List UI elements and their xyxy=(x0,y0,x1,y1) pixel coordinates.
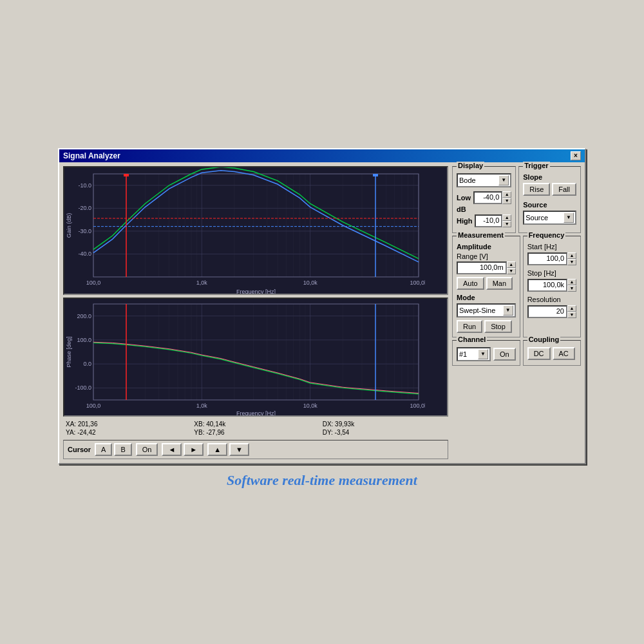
close-button[interactable]: × xyxy=(571,151,581,160)
display-trigger-row: Display Bode ▼ Low -40,0 xyxy=(452,166,581,233)
window-title: Signal Analyzer xyxy=(63,151,120,160)
channel-value: #1 xyxy=(459,350,467,358)
resolution-label: Resolution xyxy=(527,296,576,303)
signal-analyzer-window: Signal Analyzer × XA: 201,36 XB: 40,14k xyxy=(58,148,586,464)
measurement-frequency-row: Measurement Amplitude Range [V] 100,0m ▲… xyxy=(452,236,581,337)
display-mode-arrow: ▼ xyxy=(498,175,509,185)
man-button[interactable]: Man xyxy=(486,277,513,290)
xa-value: XA: 201,36 xyxy=(66,421,189,428)
start-label: Start [Hz] xyxy=(527,243,576,251)
stop-value[interactable]: 100,0k xyxy=(527,279,567,292)
stop-down-btn[interactable]: ▼ xyxy=(567,285,576,292)
cursor-updown-group: ▲ ▼ xyxy=(207,443,249,456)
channel-select[interactable]: #1 ▼ xyxy=(457,347,491,361)
measurement-group-title: Measurement xyxy=(457,231,505,239)
source-value: Source xyxy=(526,214,548,222)
low-up-btn[interactable]: ▲ xyxy=(502,191,511,198)
low-down-btn[interactable]: ▼ xyxy=(502,198,511,204)
cursor-nav-group: ◄ ► xyxy=(162,443,204,456)
measurement-group: Measurement Amplitude Range [V] 100,0m ▲… xyxy=(452,236,520,337)
mode-value: Swept-Sine xyxy=(459,307,495,314)
amplitude-label: Amplitude xyxy=(457,243,516,251)
rise-button[interactable]: Rise xyxy=(523,183,550,196)
high-down-btn[interactable]: ▼ xyxy=(502,221,511,227)
high-label: High xyxy=(457,217,472,225)
db-label-row: dB xyxy=(457,205,511,213)
range-down-btn[interactable]: ▼ xyxy=(507,268,516,274)
res-up-btn[interactable]: ▲ xyxy=(567,305,576,312)
footer-text: Software real-time measurement xyxy=(227,464,417,497)
start-value[interactable]: 100,0 xyxy=(527,252,567,265)
start-down-btn[interactable]: ▼ xyxy=(567,259,576,265)
resolution-spinbox: 20 ▲ ▼ xyxy=(527,305,576,318)
dx-value: DX: 39,93k xyxy=(323,421,446,428)
resolution-value[interactable]: 20 xyxy=(527,305,567,318)
trigger-content: Slope Rise Fall Source Source ▼ xyxy=(523,173,576,225)
title-bar: Signal Analyzer × xyxy=(59,149,585,162)
display-mode-select[interactable]: Bode ▼ xyxy=(457,173,511,187)
range-spinbox: 100,0m ▲ ▼ xyxy=(457,261,516,274)
cursor-info: XA: 201,36 XB: 40,14k DX: 39,93k YA: -24… xyxy=(63,419,448,437)
fall-button[interactable]: Fall xyxy=(552,183,576,196)
start-up-btn[interactable]: ▲ xyxy=(567,252,576,259)
channel-arrow: ▼ xyxy=(478,349,488,359)
coupling-content: DC AC xyxy=(527,347,576,360)
cursor-left-button[interactable]: ◄ xyxy=(162,443,182,456)
start-spinbox: 100,0 ▲ ▼ xyxy=(527,252,576,265)
yb-value: YB: -27,96 xyxy=(194,429,317,436)
display-group-title: Display xyxy=(457,162,484,169)
range-up-btn[interactable]: ▲ xyxy=(507,261,516,268)
channel-on-button[interactable]: On xyxy=(493,348,516,361)
page-wrapper: Signal Analyzer × XA: 201,36 XB: 40,14k xyxy=(0,0,644,644)
stop-button[interactable]: Stop xyxy=(484,320,512,333)
cursor-ab-group: A B xyxy=(95,443,132,456)
high-up-btn[interactable]: ▲ xyxy=(502,214,511,221)
phase-chart xyxy=(63,298,448,417)
chart-panel: XA: 201,36 XB: 40,14k DX: 39,93k YA: -24… xyxy=(63,166,448,459)
xb-value: XB: 40,14k xyxy=(194,421,317,428)
mode-select[interactable]: Swept-Sine ▼ xyxy=(457,303,516,317)
cursor-right-button[interactable]: ► xyxy=(184,443,204,456)
low-row: Low -40,0 ▲ ▼ xyxy=(457,191,511,204)
dy-value: DY: -3,54 xyxy=(323,429,446,436)
cursor-down-button[interactable]: ▼ xyxy=(229,443,249,456)
res-down-btn[interactable]: ▼ xyxy=(567,312,576,318)
resolution-spin-buttons: ▲ ▼ xyxy=(567,305,576,318)
frequency-group-title: Frequency xyxy=(527,231,566,239)
display-content: Bode ▼ Low -40,0 ▲ ▼ xyxy=(457,173,511,227)
run-button[interactable]: Run xyxy=(457,320,482,333)
db-label: dB xyxy=(457,205,466,213)
measurement-content: Amplitude Range [V] 100,0m ▲ ▼ Auto xyxy=(457,243,516,333)
channel-coupling-row: Channel #1 ▼ On Coupling xyxy=(452,340,581,366)
range-value[interactable]: 100,0m xyxy=(457,261,507,274)
high-spinbox: -10,0 ▲ ▼ xyxy=(475,214,511,227)
cursor-section: Cursor A B On ◄ ► ▲ ▼ xyxy=(63,440,448,459)
run-stop-buttons: Run Stop xyxy=(457,320,516,333)
stop-up-btn[interactable]: ▲ xyxy=(567,279,576,285)
stop-label: Stop [Hz] xyxy=(527,269,576,277)
cursor-up-button[interactable]: ▲ xyxy=(207,443,227,456)
dc-button[interactable]: DC xyxy=(527,347,551,360)
stop-spin-buttons: ▲ ▼ xyxy=(567,279,576,292)
coupling-group-title: Coupling xyxy=(527,336,561,343)
mode-label: Mode xyxy=(457,294,516,301)
frequency-group: Frequency Start [Hz] 100,0 ▲ ▼ Stop [Hz] xyxy=(523,236,581,337)
range-spin-buttons: ▲ ▼ xyxy=(507,261,516,274)
slope-buttons: Rise Fall xyxy=(523,183,576,196)
low-value[interactable]: -40,0 xyxy=(473,191,502,204)
cursor-b-button[interactable]: B xyxy=(114,443,131,456)
source-arrow: ▼ xyxy=(564,213,574,223)
trigger-group-title: Trigger xyxy=(523,162,549,169)
ya-value: YA: -24,42 xyxy=(66,429,189,436)
low-label: Low xyxy=(457,194,471,202)
auto-button[interactable]: Auto xyxy=(457,277,484,290)
high-row: High -10,0 ▲ ▼ xyxy=(457,214,511,227)
channel-group-title: Channel xyxy=(457,336,487,343)
window-body: XA: 201,36 XB: 40,14k DX: 39,93k YA: -24… xyxy=(59,162,585,463)
source-select[interactable]: Source ▼ xyxy=(523,211,576,225)
high-value[interactable]: -10,0 xyxy=(475,214,502,227)
ac-button[interactable]: AC xyxy=(553,347,575,360)
low-spinbox: -40,0 ▲ ▼ xyxy=(473,191,511,204)
cursor-on-button[interactable]: On xyxy=(136,443,158,456)
cursor-a-button[interactable]: A xyxy=(95,443,112,456)
